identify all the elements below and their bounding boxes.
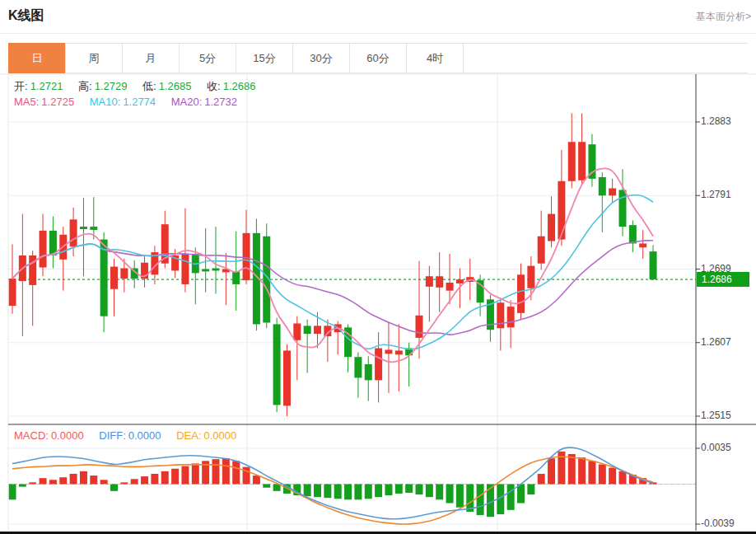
kline-widget: K线图 基本面分析> 日 周 月 5分 15分 30分 60分 4时 开:1.2…	[0, 0, 756, 534]
price-axis-label: 1.2791	[701, 189, 731, 200]
current-price-badge: 1.2686	[697, 272, 749, 287]
price-axis-label: 1.2515	[701, 410, 731, 421]
ohlc-legend: 开:1.2721 高:1.2729 低:1.2685 收:1.2686	[14, 79, 268, 94]
macd-axis-label: -0.0039	[701, 518, 735, 529]
ma-legend: MA5:1.2725 MA10:1.2774 MA20:1.2732	[14, 96, 250, 108]
macd-legend: MACD:0.0000 DIFF:0.0000 DEA:0.0000	[14, 429, 249, 442]
price-axis-label: 1.2607	[701, 336, 731, 348]
macd-axis-label: 0.0035	[701, 442, 731, 453]
price-axis-label: 1.2883	[701, 115, 731, 127]
